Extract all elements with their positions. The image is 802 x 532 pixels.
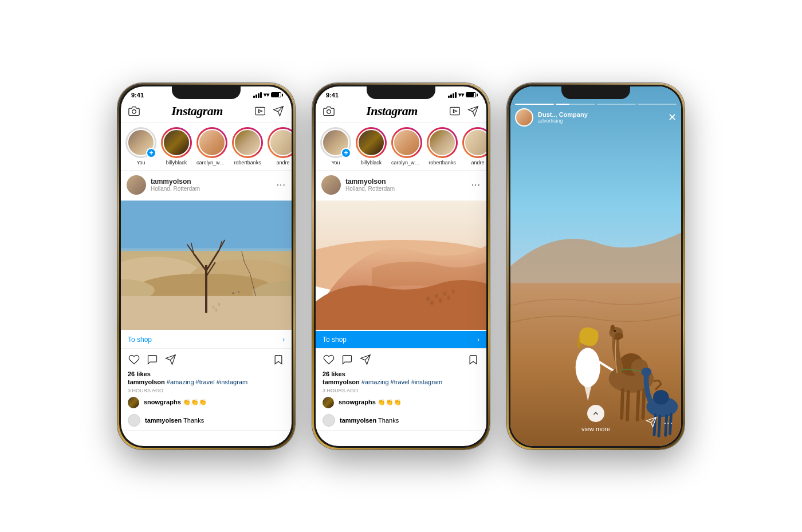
story-carolyn-2[interactable]: carolyn_welch xyxy=(391,127,422,165)
caption-tags-1: #amazing #travel #instagram xyxy=(167,379,247,385)
wifi-icon-1: ▾▾ xyxy=(264,92,269,98)
post-2: tammyolson Holland, Rotterdam ··· xyxy=(316,171,486,431)
comment1-user-1: snowgraphs xyxy=(144,399,181,405)
story-header-icons-3: ✕ xyxy=(668,111,677,124)
story-name-andre-2: andre xyxy=(471,160,484,165)
share-icon-1[interactable] xyxy=(164,353,177,366)
story-you-2[interactable]: + You xyxy=(320,127,351,165)
story-name-billy-1: billyblack xyxy=(166,160,187,165)
bookmark-icon-1[interactable] xyxy=(272,353,285,366)
post-username-1[interactable]: tammyolson xyxy=(151,178,200,186)
story-username-3[interactable]: Dust... Company xyxy=(538,111,588,118)
story-send-icon-3[interactable] xyxy=(646,416,657,430)
post-username-2[interactable]: tammyolson xyxy=(345,178,395,186)
story-roberts-1[interactable]: robertbanks xyxy=(232,127,263,165)
svg-point-24 xyxy=(213,305,215,309)
story-billy-1[interactable]: billyblack xyxy=(161,127,192,165)
svg-rect-1 xyxy=(255,107,265,115)
igtv-icon-1[interactable] xyxy=(254,105,266,117)
bookmark-icon-2[interactable] xyxy=(467,353,479,366)
story-billy-2[interactable]: billyblack xyxy=(356,127,387,165)
phone-2: 9:41 ▾▾ xyxy=(312,83,490,450)
post-header-1: tammyolson Holland, Rotterdam ··· xyxy=(121,171,292,199)
story-you-1[interactable]: + You xyxy=(125,127,156,165)
status-time-2: 9:41 xyxy=(326,92,339,98)
story-avatar-billy-2 xyxy=(357,129,385,156)
comment2-user-1: tammyolsen xyxy=(145,417,182,424)
signal-icon-1 xyxy=(253,92,262,98)
story-progress-3 xyxy=(515,104,677,105)
phone-1-screen: 9:41 ▾▾ xyxy=(121,86,292,446)
close-icon-3[interactable]: ✕ xyxy=(668,111,677,124)
wifi-icon-2: ▾▾ xyxy=(458,92,464,98)
igtv-icon-2[interactable] xyxy=(449,105,461,117)
story-user-avatar-3 xyxy=(515,108,533,127)
more-dots-2[interactable]: ··· xyxy=(471,180,481,190)
to-shop-bar-2[interactable]: To shop › xyxy=(316,331,486,349)
signal-icon-2 xyxy=(448,92,457,98)
add-story-icon-2[interactable]: + xyxy=(341,148,351,158)
comment1-avatar-1 xyxy=(128,397,139,408)
comment2-user-2: tammyolsen xyxy=(340,417,376,424)
like-icon-2[interactable] xyxy=(323,353,335,366)
phone-2-screen: 9:41 ▾▾ xyxy=(316,86,486,446)
comment1-avatar-2 xyxy=(323,397,334,408)
story-header-3: Dust... Company advertising ✕ xyxy=(515,108,677,127)
svg-rect-2 xyxy=(121,200,292,251)
ig-header-1: Instagram xyxy=(121,101,292,123)
story-name-andre-1: andre xyxy=(276,160,289,165)
comment-icon-1[interactable] xyxy=(146,353,159,366)
story-andre-1[interactable]: andre xyxy=(268,127,292,165)
view-more-text-3[interactable]: view more xyxy=(581,425,610,432)
story-andre-2[interactable]: andre xyxy=(462,127,486,165)
status-icons-2: ▾▾ xyxy=(448,92,476,98)
status-time-1: 9:41 xyxy=(131,92,144,98)
post-likes-1: 26 likes xyxy=(121,371,292,379)
like-icon-1[interactable] xyxy=(128,353,140,366)
post-user-info-2: tammyolson Holland, Rotterdam xyxy=(321,175,395,195)
svg-point-25 xyxy=(215,308,218,312)
send-icon-1[interactable] xyxy=(272,105,285,117)
svg-point-36 xyxy=(447,295,450,300)
post-comment2-2: tammyolsen Thanks xyxy=(316,412,486,430)
stories-row-1: + You billyblack xyxy=(121,123,292,171)
more-dots-1[interactable]: ··· xyxy=(277,180,286,190)
post-likes-2: 26 likes xyxy=(316,371,486,379)
story-name-roberts-1: robertbanks xyxy=(234,160,261,165)
camera-icon-1[interactable] xyxy=(128,105,140,117)
phone-2-inner: 9:41 ▾▾ xyxy=(314,85,488,448)
battery-icon-2 xyxy=(466,92,476,97)
story-carolyn-1[interactable]: carolyn_welch xyxy=(196,127,227,165)
story-ring-andre-1 xyxy=(268,127,292,158)
caption-user-2[interactable]: tammyolson xyxy=(323,379,360,385)
post-actions-2 xyxy=(316,349,486,371)
story-screen-3: Dust... Company advertising ✕ xyxy=(510,86,681,446)
svg-point-32 xyxy=(430,300,434,305)
story-name-you-1: You xyxy=(136,160,145,165)
comment1-emoji-2: 👏👏👏 xyxy=(378,399,402,405)
post-header-2: tammyolson Holland, Rotterdam ··· xyxy=(316,171,486,199)
send-icon-2[interactable] xyxy=(467,105,479,117)
ig-header-icons-2 xyxy=(449,105,479,117)
story-more-icon-3[interactable]: ··· xyxy=(664,418,673,428)
caption-user-1[interactable]: tammyolson xyxy=(128,379,165,385)
notch-2 xyxy=(367,86,435,99)
view-more-chevron-3[interactable] xyxy=(587,405,604,422)
post-time-1: 3 HOURS AGO xyxy=(121,387,292,395)
progress-bar-1 xyxy=(515,104,554,105)
to-shop-bar-1[interactable]: To shop › xyxy=(121,331,292,349)
status-icons-1: ▾▾ xyxy=(253,92,281,98)
post-image-2 xyxy=(316,199,486,331)
phone-3-frame: Dust... Company advertising ✕ xyxy=(507,83,685,450)
comment-icon-2[interactable] xyxy=(341,353,353,366)
camera-icon-2[interactable] xyxy=(323,105,335,117)
svg-point-27 xyxy=(327,109,331,113)
story-roberts-2[interactable]: robertbanks xyxy=(427,127,458,165)
share-icon-2[interactable] xyxy=(359,353,372,366)
to-shop-text-1: To shop xyxy=(128,336,152,344)
story-avatar-andre-1 xyxy=(269,129,292,156)
post-caption-1: tammyolson #amazing #travel #instagram xyxy=(121,379,292,387)
to-shop-arrow-1: › xyxy=(282,336,285,344)
phone-1-frame: 9:41 ▾▾ xyxy=(117,83,295,450)
add-story-icon-1[interactable]: + xyxy=(146,148,156,158)
